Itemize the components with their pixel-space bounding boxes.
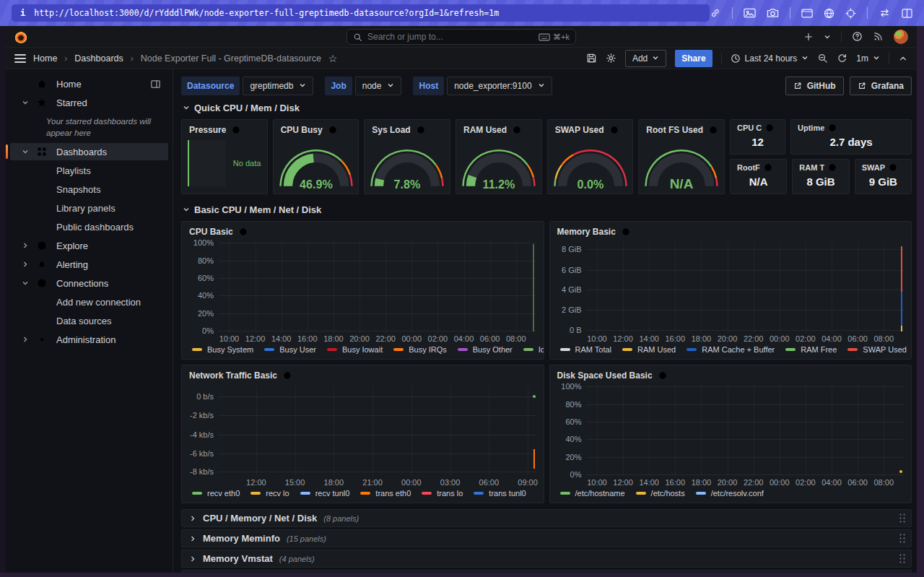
link-icon[interactable]: [710, 7, 721, 19]
panel-info-icon[interactable]: [709, 126, 718, 134]
panel-gauge-root-fs-used[interactable]: Root FS UsedN/A: [638, 119, 725, 194]
news-icon[interactable]: [873, 31, 884, 42]
github-link-button[interactable]: GitHub: [785, 77, 844, 95]
search-input[interactable]: [367, 32, 533, 42]
section-quick-cpu-mem-disk[interactable]: Quick CPU / Mem / Disk: [183, 101, 912, 114]
plot-area[interactable]: [586, 242, 905, 332]
section-basic-cpu-mem-net-disk[interactable]: Basic CPU / Mem / Net / Disk: [183, 203, 912, 216]
collapsed-row-partial[interactable]: [181, 570, 912, 573]
panel-info-icon[interactable]: [765, 123, 774, 132]
legend-item-recv-eth0[interactable]: recv eth0: [192, 489, 240, 498]
variable-value-dropdown[interactable]: greptimedb: [243, 77, 313, 95]
panel-info-icon[interactable]: [622, 227, 630, 236]
crosshair-icon[interactable]: [845, 8, 856, 19]
legend-item-trans-lo[interactable]: trans lo: [422, 489, 463, 498]
legend-item-trans-eth0[interactable]: trans eth0: [360, 489, 411, 498]
panel-info-icon[interactable]: [764, 163, 772, 172]
add-new-icon[interactable]: [803, 32, 814, 42]
panel-info-icon[interactable]: [513, 126, 521, 134]
legend-item-swap-used[interactable]: SWAP Used: [847, 345, 907, 354]
chevron-down-icon[interactable]: [20, 99, 30, 106]
sidebar-item-administration[interactable]: Administration: [10, 331, 168, 348]
sidebar-item-alerting[interactable]: Alerting: [10, 256, 168, 273]
panel-info-icon[interactable]: [658, 371, 667, 380]
breadcrumb-dashboards[interactable]: Dashboards: [74, 53, 123, 64]
panel-gauge-sys-load[interactable]: Sys Load7.8%: [364, 119, 450, 194]
panel-info-icon[interactable]: [828, 163, 837, 172]
panel-stat-swap[interactable]: SWAP9 GiB: [855, 159, 912, 194]
add-button[interactable]: Add: [625, 50, 666, 67]
panel-info-icon[interactable]: [610, 126, 619, 134]
panel-info-icon[interactable]: [232, 126, 240, 134]
legend-item-ram-used[interactable]: RAM Used: [622, 345, 676, 354]
variable-value-dropdown[interactable]: node: [355, 77, 402, 95]
sidebar-item-starred[interactable]: Starred: [10, 94, 168, 111]
globe-icon[interactable]: [824, 8, 834, 19]
legend-item-recv-lo[interactable]: recv lo: [250, 489, 289, 498]
favorite-star-icon[interactable]: ☆: [328, 53, 338, 64]
add-new-caret-icon[interactable]: [824, 30, 831, 43]
drag-handle-icon[interactable]: [899, 513, 905, 524]
sidebar-item-add-new-connection[interactable]: Add new connection: [6, 293, 173, 311]
refresh-icon[interactable]: [837, 53, 847, 64]
screenshot-icon[interactable]: [744, 8, 756, 18]
chevron-right-icon[interactable]: [20, 336, 30, 343]
menu-icon[interactable]: [14, 54, 26, 63]
grafana-link-button[interactable]: Grafana: [850, 77, 912, 95]
panel-stat-rootf[interactable]: RootFN/A: [730, 159, 787, 194]
legend-item-busy-user[interactable]: Busy User: [264, 345, 316, 354]
panel-stat-uptime[interactable]: Uptime2.7 days: [790, 119, 912, 155]
columns-icon[interactable]: [902, 9, 912, 18]
legend-item-busy-iowait[interactable]: Busy Iowait: [327, 345, 383, 354]
chevron-right-icon[interactable]: [20, 261, 30, 268]
panel-stat-cpu-c[interactable]: CPU C12: [730, 119, 785, 155]
sidebar-item-public-dashboards[interactable]: Public dashboards: [6, 218, 173, 235]
legend-item-recv-tunl0[interactable]: recv tunl0: [300, 489, 350, 498]
legend-item-idle[interactable]: Idle: [523, 345, 544, 354]
panel-info-icon[interactable]: [283, 371, 292, 380]
legend-item-busy-other[interactable]: Busy Other: [458, 345, 513, 354]
legend-item--etc-hostname[interactable]: /etc/hostname: [560, 489, 625, 498]
sidebar-item-snapshots[interactable]: Snapshots: [6, 181, 173, 198]
camera-icon[interactable]: [767, 8, 779, 18]
help-icon[interactable]: [852, 31, 863, 42]
panel-info-icon[interactable]: [328, 126, 337, 134]
save-dashboard-icon[interactable]: [586, 53, 597, 64]
share-button[interactable]: Share: [675, 50, 712, 67]
collapse-toolbar-icon[interactable]: [898, 53, 908, 64]
panel-disk-space-used-basic[interactable]: Disk Space Used Basic100%80%60%40%20%0%1…: [549, 365, 912, 503]
panel-gauge-swap-used[interactable]: SWAP Used0.0%: [547, 119, 634, 194]
legend-item--etc-hosts[interactable]: /etc/hosts: [636, 489, 685, 498]
refresh-interval-picker[interactable]: 1m: [856, 53, 880, 64]
window-icon[interactable]: [801, 9, 813, 18]
sidebar-item-home[interactable]: Home: [10, 75, 168, 92]
breadcrumb-home[interactable]: Home: [33, 53, 57, 64]
legend-item-busy-irqs[interactable]: Busy IRQs: [393, 345, 447, 354]
legend-item--etc-resolv-conf[interactable]: /etc/resolv.conf: [696, 489, 764, 498]
chevron-down-icon[interactable]: [20, 148, 30, 155]
collapsed-row-memory-meminfo[interactable]: Memory Meminfo(15 panels): [181, 529, 912, 547]
swap-icon[interactable]: [879, 9, 891, 17]
panel-network-traffic-basic[interactable]: Network Traffic Basic0 b/s-2 kb/s-4 kb/s…: [181, 365, 544, 503]
drag-handle-icon[interactable]: [899, 553, 905, 564]
legend-item-busy-system[interactable]: Busy System: [192, 345, 253, 354]
url-bar[interactable]: i http://localhost:3000/d/rYdddlPWk/node…: [12, 4, 710, 22]
sidebar-item-data-sources[interactable]: Data sources: [6, 312, 173, 329]
time-range-picker[interactable]: Last 24 hours: [731, 53, 809, 64]
collapsed-row-cpu-memory-net-disk[interactable]: CPU / Memory / Net / Disk(8 panels): [181, 509, 912, 527]
collapsed-row-memory-vmstat[interactable]: Memory Vmstat(4 panels): [181, 550, 912, 568]
drag-handle-icon[interactable]: [899, 533, 905, 544]
plot-area[interactable]: [218, 242, 536, 332]
variable-value-dropdown[interactable]: node_exporter:9100: [447, 77, 552, 95]
avatar[interactable]: [894, 30, 908, 44]
plot-area[interactable]: [586, 386, 905, 476]
chevron-right-icon[interactable]: [20, 242, 30, 249]
panel-gauge-cpu-busy[interactable]: CPU Busy46.9%: [273, 119, 359, 194]
panel-stat-ram-t[interactable]: RAM T8 GiB: [792, 159, 849, 194]
chevron-down-icon[interactable]: [20, 279, 30, 287]
zoom-out-time-icon[interactable]: [817, 53, 828, 64]
legend-item-trans-tunl0[interactable]: trans tunl0: [474, 489, 526, 498]
panel-info-icon[interactable]: [417, 126, 425, 134]
sidebar-item-dashboards[interactable]: Dashboards: [10, 143, 168, 160]
plot-area[interactable]: [218, 386, 536, 476]
